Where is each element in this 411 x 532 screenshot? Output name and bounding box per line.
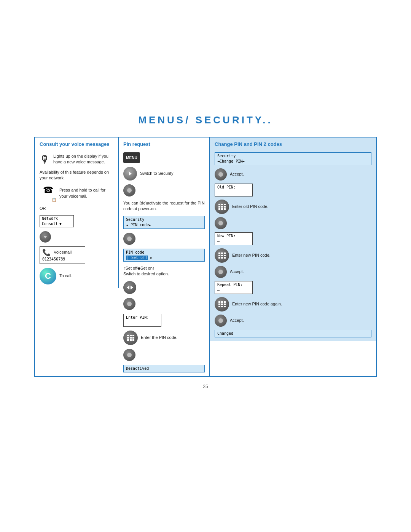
keypad-col3-3[interactable] [215,297,229,312]
voicemail-number: 0123456789 [42,257,83,262]
col3-security-row: Security [217,153,369,159]
voicemail-phone-row: 📞 Voicemail [42,248,83,257]
accept3-text: Accept. [230,318,244,323]
ok-btn-4[interactable] [123,349,135,361]
voicemail-row: 🎙 Lights up on the display if you have a… [40,153,113,166]
keypad-row: Enter the PIN code. [123,331,205,345]
to-call-label: To call. [59,273,72,279]
pin-code-lcd-row1: ◄ PIN code► [126,222,202,228]
enter-new-pin-desc: Enter new PIN code. [232,252,271,258]
ok-col3-4[interactable] [215,315,227,327]
deactivate-desc: You can (de)activate the request for the… [123,200,205,212]
network-row: Network [42,216,72,221]
new-pin-box: New PIN: — [215,232,253,245]
accept3-row: Accept. [215,315,371,327]
menu-button[interactable]: MENU [123,152,140,163]
nav-lr-btn[interactable] [123,281,136,294]
page-number: 25 [203,384,208,389]
changed-lcd: Changed [215,330,371,337]
set-off-on-desc: ↑Set off◆Set on↑ Switch to desired optio… [123,265,205,277]
tape-icon: 🎙 [40,153,50,166]
old-pin-label: Old PIN: [217,185,250,190]
ok-col3-1[interactable] [215,168,227,181]
ok-row-2 [123,233,205,245]
security-lcd-row1: Security [126,217,202,222]
voicemail-phone-container: 📞 Voicemail 0123456789 [40,246,85,264]
col3-security-lcd: Security ◄Change PIN► [215,152,371,165]
desc3: Press and hold to call for your voicemai… [59,187,113,199]
consult-row: Consult [42,221,58,227]
col1-header: Consult your voice messages [40,141,113,148]
desactived-row: Desactived [126,366,202,371]
ok-btn-2[interactable] [123,233,135,245]
enter-pin-code-desc: Enter the PIN code. [141,335,177,340]
ok-btn-1[interactable] [123,184,135,197]
enter-pin-lcd: Enter PIN: — [123,314,161,327]
ok-row-4 [123,349,205,361]
repeat-pin-dash: — [217,288,250,293]
or-label: OR [40,206,113,211]
ok-col3-2[interactable] [215,217,227,229]
keypad-col3-2[interactable] [215,248,229,263]
security-lcd: Security ◄ PIN code► [123,216,205,229]
old-pin-box: Old PIN: — [215,184,253,197]
ok-row-1 [123,184,205,197]
nav-circle-btn[interactable] [40,231,51,243]
desc1: Lights up on the display if you have a n… [53,153,113,165]
new-pin-label: New PIN: [217,233,250,239]
enter-new-pin-again-desc: Enter new PIN code again. [232,301,282,307]
new-pin-keypad-row: Enter new PIN code. [215,248,371,263]
column-1: Consult your voice messages 🎙 Lights up … [35,137,119,288]
ok-btn-3[interactable] [123,298,135,310]
accept1-text: Accept. [230,171,244,177]
desc2: Availability of this feature depends on … [40,169,113,181]
nav-circle-row [40,231,113,243]
accept1-row: Accept. [215,168,371,181]
ok-col3-3[interactable] [215,266,227,278]
c-button-row: C To call. [40,268,113,284]
repeat-pin-label: Repeat PIN: [217,282,250,288]
network-lcd-container: Network Consult ▼ [40,215,113,227]
column-3: Change PIN and PIN 2 codes Security ◄Cha… [210,137,376,341]
network-lcd: Network Consult ▼ [40,215,74,227]
new-pin-dash: — [217,239,250,244]
col3-header: Change PIN and PIN 2 codes [215,141,371,148]
page-container: MENUS/ SECURITY.. Consult your voice mes… [0,0,411,532]
accept2-row: Accept. [215,266,371,278]
nav-lr-row [123,281,205,294]
changed-row: Changed [217,331,369,336]
columns-wrapper: Consult your voice messages 🎙 Lights up … [34,137,377,377]
set-off-row: | Set off ► [126,255,202,260]
finger-icon: ☎ [40,185,56,195]
column-2: Pin request MENU Switch to Security You … [119,137,210,376]
keypad-btn[interactable] [123,331,138,345]
switch-security-row: Switch to Security [123,167,205,181]
c-button[interactable]: C [40,268,56,284]
enter-old-pin-desc: Enter old PIN code. [232,204,268,209]
repeat-pin-box: Repeat PIN: — [215,281,253,294]
arrow-right-btn[interactable] [123,167,137,181]
enter-pin-label: Enter PIN: [126,315,159,320]
page-title: MENUS/ SECURITY.. [138,114,272,126]
old-pin-dash: — [217,190,250,195]
col2-header: Pin request [123,141,205,147]
set-off-highlighted: | Set off [126,256,148,260]
menu-row: MENU [123,152,205,163]
accept2-text: Accept. [230,269,244,275]
desactived-lcd: Desactived [123,365,205,372]
pin-code-lcd: PIN code | Set off ► [123,249,205,262]
pin-code-row: PIN code [126,250,202,255]
old-pin-keypad-row: Enter old PIN code. [215,200,371,214]
arrow-set-off: ► [150,256,153,260]
ok-col3-row-2 [215,217,371,229]
voicemail-label: Voicemail [54,249,72,255]
ok-row-3 [123,298,205,310]
phone-icon: 📞 [42,248,51,257]
keypad-col3-1[interactable] [215,200,229,214]
enter-pin-dash: — [126,320,159,326]
switch-to-security: Switch to Security [140,171,173,176]
press-hold-row: ☎ 📋 Press and hold to call for your voic… [40,185,113,202]
repeat-pin-keypad-row: Enter new PIN code again. [215,297,371,312]
col3-change-pin-row: ◄Change PIN► [217,159,369,164]
